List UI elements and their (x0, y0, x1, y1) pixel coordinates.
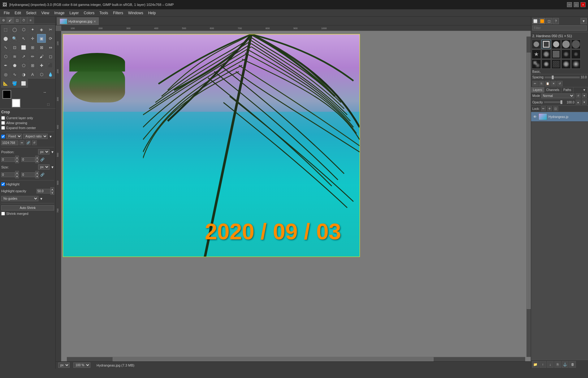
swap-dimension-icon[interactable]: ⇔ (19, 140, 24, 145)
opacity-thumb[interactable] (560, 100, 562, 104)
canvas-image-area[interactable]: 2020 / 09 / 03 (61, 31, 531, 361)
brush-cell-solid-small[interactable] (532, 40, 541, 49)
tool-scissors[interactable]: ✂ (46, 25, 55, 34)
position-y-up[interactable]: ▲ (35, 156, 39, 159)
brush-filter-input[interactable] (532, 25, 587, 31)
shrink-merged-checkbox[interactable] (1, 212, 5, 215)
opacity-slider[interactable] (544, 101, 562, 103)
menu-windows[interactable]: Windows (126, 10, 146, 16)
tool-tab-history[interactable]: ⏱ (20, 17, 27, 24)
size-unit-dropdown[interactable]: px (38, 164, 50, 170)
tool-clone[interactable]: ⊞ (28, 61, 37, 70)
tool-tab-options[interactable]: ⚙ (0, 17, 7, 24)
tool-measure[interactable]: 📐 (1, 79, 10, 88)
tool-paint-dynamics[interactable]: ↗ (19, 52, 28, 61)
tool-airbrush[interactable]: ✒ (1, 61, 10, 70)
spacing-slider[interactable] (545, 76, 579, 78)
fixed-dropdown[interactable]: Fixed (6, 134, 22, 139)
tool-paths[interactable]: ⬡ (37, 70, 46, 79)
no-guides-dropdown[interactable]: No guides (1, 196, 38, 201)
tool-smudge[interactable]: ∿ (10, 70, 19, 79)
fixed-checkbox[interactable] (1, 135, 5, 138)
brush-cell-feather[interactable] (571, 59, 581, 69)
brush-cell-hardness050[interactable] (542, 40, 551, 49)
reset-colors-icon[interactable]: ⬚ (47, 103, 50, 106)
highlight-opacity-down[interactable]: ▼ (50, 191, 54, 195)
close-button[interactable]: ✕ (581, 2, 586, 7)
brush-cell-irregular[interactable] (561, 59, 571, 69)
tool-unified-transform[interactable]: ⊞ (28, 43, 37, 52)
layer-row-hydrangeas[interactable]: 👁 Hydrangeas.jp (531, 112, 588, 122)
canvas-tab-hydrangeas[interactable]: Hydrangeas.jpg ✕ (57, 17, 99, 25)
layers-move-up-btn[interactable]: ↑ (539, 361, 546, 368)
position-y-down[interactable]: ▼ (35, 159, 39, 163)
tool-rotate[interactable]: ⟳ (46, 34, 55, 43)
tab-close-icon[interactable]: ✕ (93, 20, 96, 23)
lock-alpha-btn[interactable]: ◫ (553, 106, 558, 111)
tool-ink[interactable]: ⬟ (10, 61, 19, 70)
menu-file[interactable]: File (1, 10, 12, 16)
brush-cell-very-big[interactable] (571, 40, 581, 49)
spacing-thumb[interactable] (552, 76, 554, 79)
tool-blend[interactable]: ⬜ (19, 79, 28, 88)
right-panel-settings[interactable]: ▼ (581, 18, 587, 24)
brush-cell-stiple[interactable] (551, 59, 561, 69)
layers-duplicate-btn[interactable]: ⎘ (554, 361, 561, 368)
tool-zoom[interactable]: 🔍 (10, 34, 19, 43)
brush-cell-texture2[interactable] (551, 50, 561, 59)
tool-scale[interactable]: ⤡ (1, 43, 10, 52)
tool-text[interactable]: A (28, 70, 37, 79)
mode-select[interactable]: Normal (541, 93, 574, 98)
opacity-down-btn[interactable]: ▼ (582, 100, 587, 105)
minimize-button[interactable]: ─ (567, 2, 572, 7)
brush-cell-scatter[interactable] (561, 50, 571, 59)
statusbar-zoom-dropdown[interactable]: 100 % (73, 363, 90, 368)
size-y-up[interactable]: ▲ (35, 171, 39, 175)
reset-dimension-icon[interactable]: ↺ (32, 140, 37, 145)
mode-arrow-up[interactable]: ↺ (576, 93, 581, 98)
foreground-color-swatch[interactable] (2, 90, 11, 99)
position-x-down[interactable]: ▼ (15, 159, 19, 163)
patterns-icon-btn[interactable]: 🟧 (539, 18, 545, 24)
menu-colors[interactable]: Colors (81, 10, 97, 16)
highlight-checkbox[interactable] (1, 182, 5, 186)
brush-edit-icon[interactable]: ✏ (532, 81, 538, 86)
canvas-wrapper[interactable]: 100 200 300 400 500 600 700 800 900 1000… (56, 25, 531, 361)
allow-growing-checkbox[interactable] (1, 121, 5, 125)
channels-tab[interactable]: Channels (544, 87, 561, 93)
vscroll-thumb[interactable] (527, 53, 531, 309)
position-chain-icon[interactable]: 🔗 (40, 158, 45, 162)
size-y-input[interactable] (21, 172, 35, 177)
brush-delete-icon[interactable]: ✕ (551, 81, 556, 86)
menu-layer[interactable]: Layer (67, 10, 81, 16)
tool-color-picker[interactable]: 💧 (46, 70, 55, 79)
vertical-scrollbar[interactable] (526, 37, 531, 357)
lock-pixels-btn[interactable]: ✏ (541, 106, 546, 111)
paths-tab[interactable]: Paths (561, 87, 573, 93)
tool-cage-transform[interactable]: ⬡ (1, 52, 10, 61)
tool-align[interactable]: ✛ (28, 34, 37, 43)
opacity-up-btn[interactable]: ▲ (576, 100, 581, 105)
current-layer-only-checkbox[interactable] (1, 116, 5, 120)
dimension-input[interactable] (1, 141, 18, 145)
tool-paintbrush[interactable]: 🖌 (37, 52, 46, 61)
tool-fuzzy-select[interactable]: ✦ (28, 25, 37, 34)
help-icon-btn[interactable]: ? (553, 18, 559, 24)
size-x-up[interactable]: ▲ (15, 171, 19, 175)
brush-cell-cloud[interactable] (542, 59, 551, 69)
size-x-down[interactable]: ▼ (15, 175, 19, 178)
tool-tab-extra[interactable]: ≡ (27, 17, 34, 24)
tool-blur-sharpen[interactable]: ◎ (1, 70, 10, 79)
gradients-icon-btn[interactable]: ◫ (546, 18, 552, 24)
size-y-down[interactable]: ▼ (35, 175, 39, 178)
swap-colors-icon[interactable]: ↔ (43, 90, 47, 94)
brush-cell-texture1[interactable] (542, 50, 551, 59)
tool-tab-fg[interactable]: 🖌 (7, 17, 14, 24)
tool-handle-transform[interactable]: ⊠ (37, 43, 46, 52)
layers-move-down-btn[interactable]: ↓ (547, 361, 554, 368)
tool-free-select[interactable]: ⬡ (19, 25, 28, 34)
layers-tab[interactable]: Layers (531, 87, 544, 93)
layers-anchor-btn[interactable]: ⚓ (562, 361, 569, 368)
hscroll-thumb[interactable] (113, 357, 434, 361)
auto-shrink-button[interactable]: Auto Shrink (1, 205, 54, 211)
